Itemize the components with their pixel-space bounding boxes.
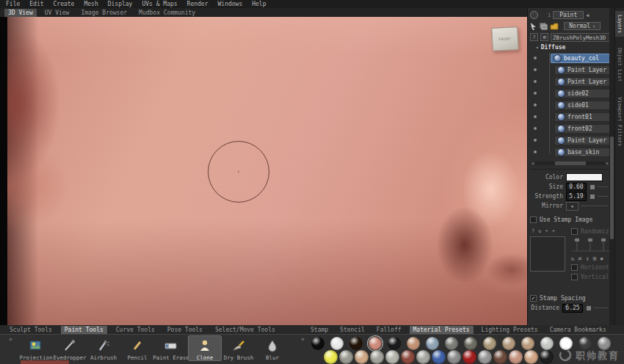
scroll-right-icon[interactable]: ▶ <box>606 161 609 165</box>
material-swatch[interactable] <box>540 350 554 364</box>
layer-visibility-dot[interactable] <box>534 92 537 95</box>
tab-mudbox-community[interactable]: Mudbox Community <box>135 9 199 17</box>
menu-item-help[interactable]: Help <box>252 1 266 7</box>
side-tab-layers[interactable]: Layers <box>615 11 624 37</box>
distance-slider-track[interactable] <box>594 307 608 308</box>
side-tab-object-list[interactable]: Object List <box>615 44 624 85</box>
size-value[interactable]: 0.60 <box>566 183 587 192</box>
material-swatch[interactable] <box>416 350 430 364</box>
paint-mode-dropdown[interactable]: Paint <box>553 11 584 19</box>
flip-vertical-icon[interactable]: ↕ <box>586 255 589 262</box>
layer-visibility-dot[interactable] <box>534 57 537 59</box>
vertical-checkbox[interactable] <box>571 274 578 280</box>
tab-stencil[interactable]: Stencil <box>336 326 369 334</box>
material-swatch[interactable] <box>432 350 446 364</box>
stamp-help-icon[interactable]: ? <box>532 228 534 234</box>
layer-row[interactable]: base_skin <box>530 146 610 158</box>
menu-item-file[interactable]: File <box>6 1 20 7</box>
layer-visibility-dot[interactable] <box>534 150 537 153</box>
tab-material-presets[interactable]: Material Presets <box>410 326 474 334</box>
stamp-refresh-icon[interactable]: ↻ <box>538 228 541 234</box>
tab-select-move-tools[interactable]: Select/Move Tools <box>211 326 279 334</box>
use-stamp-checkbox[interactable] <box>530 216 537 223</box>
color-swatch[interactable] <box>566 173 603 181</box>
rotate-icon[interactable]: ↻ <box>571 255 575 262</box>
tool-projection[interactable]: Projection <box>19 335 53 361</box>
tab-stamp[interactable]: Stamp <box>307 326 332 334</box>
stamp-move2-icon[interactable]: + <box>552 228 555 234</box>
tab-image-browser[interactable]: Image Browser <box>77 9 131 17</box>
material-swatch[interactable] <box>311 337 324 350</box>
viewport-3d-face[interactable]: FRONT <box>7 17 527 325</box>
panel-vscrollbar[interactable] <box>609 8 614 325</box>
layer-row[interactable]: front02 <box>530 123 610 134</box>
tab-falloff[interactable]: Falloff <box>373 326 405 334</box>
tab-3d-view[interactable]: 3D View <box>4 9 37 17</box>
tab-uv-view[interactable]: UV View <box>41 9 73 17</box>
layer-visibility-dot[interactable] <box>534 80 537 83</box>
material-swatch[interactable] <box>540 337 554 350</box>
tile-icon[interactable]: ⊞ <box>592 255 596 262</box>
strength-slider-track[interactable] <box>598 196 608 197</box>
layer-row[interactable]: front01 <box>530 111 610 123</box>
hscroll-thumb[interactable] <box>555 161 587 165</box>
material-swatch[interactable] <box>478 350 492 364</box>
swatch-scroll-left-icon[interactable]: » <box>301 336 305 343</box>
size-slider-track[interactable] <box>598 186 608 187</box>
layer-row[interactable]: Paint Layer 2 <box>530 64 610 76</box>
layer-list-hscrollbar[interactable]: ◀ ▶ <box>532 160 609 166</box>
side-tab-viewport-filters[interactable]: Viewport Filters <box>615 93 624 150</box>
strength-value[interactable]: 5.19 <box>566 192 587 201</box>
tool-paint-erase[interactable]: Paint Erase <box>154 335 188 361</box>
material-swatch[interactable] <box>447 350 461 364</box>
scroll-left-icon[interactable]: ◀ <box>532 161 534 165</box>
front-view-cube[interactable]: FRONT <box>491 26 519 51</box>
layer-row[interactable]: side02 <box>530 87 610 99</box>
material-swatch[interactable] <box>502 337 515 350</box>
layer-visibility-dot[interactable] <box>534 115 537 118</box>
material-swatch[interactable] <box>339 350 353 364</box>
material-swatch[interactable] <box>493 350 507 364</box>
material-swatch[interactable] <box>385 350 399 364</box>
layer-row[interactable]: beauty_col <box>530 52 610 64</box>
menu-item-uvs-maps[interactable]: UVs & Maps <box>142 1 177 7</box>
material-swatch[interactable] <box>388 337 401 350</box>
layer-row[interactable]: side01 <box>530 99 610 111</box>
layers-icon[interactable] <box>540 23 548 30</box>
tab-curve-tools[interactable]: Curve Tools <box>112 326 159 334</box>
stamp-move-icon[interactable]: + <box>545 228 548 234</box>
record-icon[interactable] <box>530 11 538 19</box>
tool-airbrush[interactable]: Airbrush <box>87 335 120 361</box>
material-swatch[interactable] <box>426 337 439 350</box>
vscroll-thumb[interactable] <box>610 136 614 239</box>
size-slider-knob[interactable] <box>589 184 595 190</box>
material-swatch[interactable] <box>524 350 538 364</box>
material-swatch[interactable] <box>521 337 534 350</box>
stamp-preview-box[interactable] <box>530 236 565 272</box>
menu-item-windows[interactable]: Windows <box>218 1 243 7</box>
help-icon[interactable]: ? <box>530 33 538 41</box>
horizontal-checkbox[interactable] <box>571 264 578 271</box>
material-swatch[interactable] <box>462 350 476 364</box>
distance-slider-knob[interactable] <box>586 305 592 311</box>
material-swatch[interactable] <box>370 350 384 364</box>
material-swatch[interactable] <box>330 337 344 350</box>
flip-horizontal-icon[interactable]: ⇄ <box>578 255 582 262</box>
material-swatch[interactable] <box>401 350 415 364</box>
tab-camera-bookmarks[interactable]: Camera Bookmarks <box>546 326 610 334</box>
tool-blur[interactable]: Blur <box>255 335 289 361</box>
material-swatch[interactable] <box>349 337 363 350</box>
tab-paint-tools[interactable]: Paint Tools <box>61 326 107 334</box>
mesh-name[interactable]: ZBrushPolyMesh3D Bo <box>551 33 610 42</box>
layer-row[interactable]: Paint Layer 1 <box>530 76 610 87</box>
layer-visibility-dot[interactable] <box>534 103 537 106</box>
mirror-dropdown[interactable]: ▪ <box>566 202 578 211</box>
stamp-spacing-checkbox[interactable]: ✓ <box>530 295 537 302</box>
material-swatch[interactable] <box>464 337 477 350</box>
material-swatch[interactable] <box>483 337 496 350</box>
layer-visibility-dot[interactable] <box>534 68 537 71</box>
solid-icon[interactable]: ▪ <box>600 255 603 262</box>
tool-pencil[interactable]: Pencil <box>120 335 154 361</box>
strength-slider-knob[interactable] <box>589 194 595 200</box>
menu-item-edit[interactable]: Edit <box>29 1 43 7</box>
